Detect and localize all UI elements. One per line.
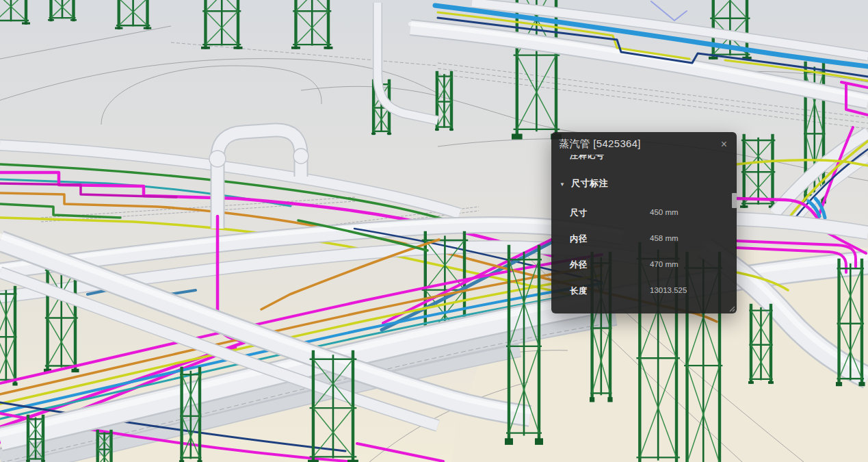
property-row-clipped: 注释记号: [570, 155, 604, 162]
close-icon[interactable]: ×: [720, 138, 728, 151]
property-value: 450 mm: [650, 207, 679, 216]
property-label: 外径: [570, 259, 650, 271]
collapse-triangle-icon: ▼: [560, 181, 565, 187]
property-value: 470 mm: [650, 259, 679, 268]
clipped-row-label: 注释记号: [570, 155, 604, 160]
panel-header[interactable]: 蒸汽管 [5425364] ×: [551, 132, 737, 155]
section-label: 尺寸标注: [571, 177, 608, 190]
app-root: 蒸汽管 [5425364] × 注释记号 ▼ 尺寸标注 尺寸 450 mm 内径…: [0, 0, 868, 462]
panel-body: 注释记号 ▼ 尺寸标注 尺寸 450 mm 内径 458 mm 外径 470 m…: [551, 155, 737, 313]
scrollbar-thumb[interactable]: [732, 193, 737, 208]
section-dimensions[interactable]: ▼ 尺寸标注: [560, 177, 608, 190]
property-row-size: 尺寸 450 mm: [570, 207, 727, 219]
3d-viewport[interactable]: [0, 0, 868, 462]
property-label: 长度: [570, 285, 650, 297]
property-row-length: 长度 13013.525: [570, 285, 727, 297]
property-row-outer-diameter: 外径 470 mm: [570, 259, 727, 271]
property-value: 13013.525: [650, 285, 687, 294]
property-label: 尺寸: [570, 207, 650, 219]
property-label: 内径: [570, 233, 650, 245]
properties-panel: 蒸汽管 [5425364] × 注释记号 ▼ 尺寸标注 尺寸 450 mm 内径…: [551, 132, 737, 313]
resize-handle-icon[interactable]: [727, 304, 735, 312]
panel-title: 蒸汽管 [5425364]: [559, 138, 641, 151]
property-value: 458 mm: [650, 233, 679, 242]
property-row-inner-diameter: 内径 458 mm: [570, 233, 727, 245]
